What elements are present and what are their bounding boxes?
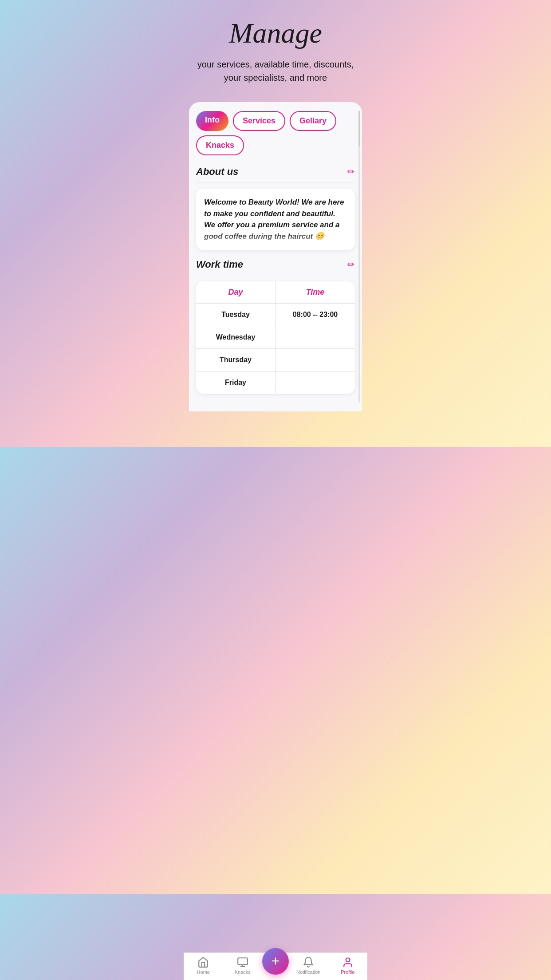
about-edit-icon[interactable]: ✏ [347, 166, 355, 177]
about-fade [196, 232, 355, 250]
day-tuesday: Tuesday [196, 304, 276, 326]
main-card: Info Services Gellary Knacks About us ✏ … [189, 102, 362, 411]
table-row: Friday [196, 371, 355, 394]
time-wednesday [276, 326, 355, 348]
table-row: Thursday [196, 349, 355, 371]
tab-info[interactable]: Info [196, 111, 228, 131]
scroll-thumb [358, 111, 360, 146]
header-area: Manage your services, available time, di… [184, 0, 367, 93]
time-tuesday: 08:00 -- 23:00 [276, 304, 355, 326]
work-time-header: Work time ✏ [196, 259, 355, 275]
tab-knacks[interactable]: Knacks [196, 135, 244, 155]
about-section: About us ✏ Welcome to Beauty World! We a… [196, 166, 355, 250]
table-header: Day Time [196, 281, 355, 304]
about-title: About us [196, 166, 238, 178]
work-time-table: Day Time Tuesday 08:00 -- 23:00 Wednesda… [196, 281, 355, 394]
table-row: Tuesday 08:00 -- 23:00 [196, 304, 355, 326]
about-card: Welcome to Beauty World! We are here to … [196, 189, 355, 250]
tabs-row: Info Services Gellary Knacks [196, 111, 355, 155]
time-thursday [276, 349, 355, 371]
page-wrapper: Manage your services, available time, di… [184, 0, 367, 447]
day-thursday: Thursday [196, 349, 276, 371]
col-day-header: Day [196, 281, 276, 303]
page-title: Manage [193, 18, 358, 49]
tab-services[interactable]: Services [233, 111, 285, 131]
col-time-header: Time [276, 281, 355, 303]
tab-gellary[interactable]: Gellary [290, 111, 336, 131]
work-time-edit-icon[interactable]: ✏ [347, 259, 355, 270]
day-wednesday: Wednesday [196, 326, 276, 348]
page-subtitle: your services, available time, discounts… [193, 58, 358, 84]
table-row: Wednesday [196, 326, 355, 349]
time-friday [276, 371, 355, 394]
about-section-header: About us ✏ [196, 166, 355, 182]
work-time-title: Work time [196, 259, 243, 270]
day-friday: Friday [196, 371, 276, 394]
work-time-section: Work time ✏ Day Time Tuesday 08:00 -- 23… [196, 259, 355, 394]
scroll-indicator[interactable] [358, 111, 360, 403]
